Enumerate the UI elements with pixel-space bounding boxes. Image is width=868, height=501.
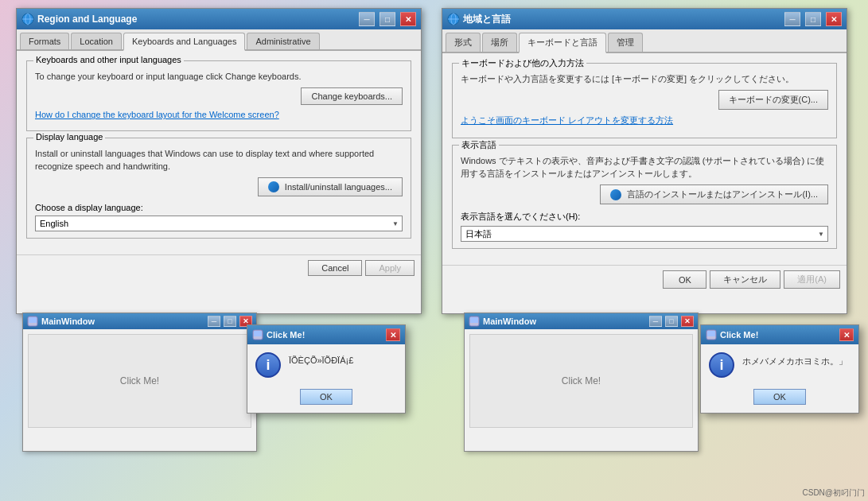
tab-formats[interactable]: Formats	[20, 33, 69, 49]
right-display-lang-desc: Windows でテキストの表示や、音声および手書き文字の認識 (サポートされて…	[461, 155, 828, 180]
left-click-area[interactable]: Click Me!	[28, 334, 251, 428]
right-dialog-content: i ホメバメメカホヨミホ。」	[701, 344, 858, 386]
right-keyboards-group-title: キーボードおよび他の入力方法	[459, 57, 586, 69]
left-window-title: Region and Language	[37, 14, 354, 25]
right-ok-btn[interactable]: OK	[663, 270, 706, 289]
left-ok-btn[interactable]: OK	[300, 389, 352, 405]
right-apply-btn[interactable]: 適用(A)	[784, 270, 840, 289]
keyboards-group-title: Keyboards and other input languages	[33, 55, 184, 64]
right-sub-titlebar: MainWindow ─ □ ✕	[465, 313, 698, 329]
display-lang-group-title: Display language	[33, 132, 105, 142]
left-dialog-message: ÏÕÈÇÕ»ÏÕÐÏÁ¡£	[289, 352, 397, 365]
right-globe-icon	[610, 189, 621, 200]
tab-basho[interactable]: 場所	[482, 33, 517, 52]
right-keyboards-group: キーボードおよび他の入力方法 キーボードや入力言語を変更するには [キーボードの…	[452, 63, 837, 138]
left-bottom-bar: Cancel Apply	[17, 254, 421, 281]
right-click-label: Click Me!	[562, 375, 601, 386]
left-sub-titlebar: MainWindow ─ □ ✕	[23, 313, 256, 329]
left-click-label: Click Me!	[120, 375, 159, 386]
left-info-icon: i	[255, 352, 281, 378]
right-ok-btn[interactable]: OK	[753, 389, 806, 405]
left-content: Keyboards and other input languages To c…	[17, 51, 421, 254]
right-info-icon: i	[709, 352, 734, 378]
right-display-lang-group: 表示言語 Windows でテキストの表示や、音声および手書き文字の認識 (サポ…	[452, 145, 837, 249]
left-restore-btn[interactable]: □	[380, 12, 395, 26]
svg-rect-9	[470, 317, 478, 323]
left-main-window: Region and Language ─ □ ✕ Formats Locati…	[16, 8, 422, 314]
right-sub-content: Click Me!	[465, 329, 698, 433]
choose-display-lang-label: Choose a display language:	[35, 203, 403, 212]
right-dialog-message: ホメバメメカホヨミホ。」	[742, 352, 850, 367]
svg-rect-7	[29, 317, 37, 323]
right-keyboards-desc: キーボードや入力言語を変更するには [キーボードの変更] をクリックしてください…	[461, 73, 828, 85]
right-restore-btn[interactable]: □	[805, 12, 821, 26]
left-sub-title: MainWindow	[41, 317, 204, 326]
keyboard-link[interactable]: How do I change the keyboard layout for …	[35, 110, 403, 119]
right-change-keyboards-btn[interactable]: キーボードの変更(C)...	[718, 90, 828, 110]
globe-icon	[268, 181, 279, 192]
right-display-lang-title: 表示言語	[459, 139, 499, 151]
left-dialog: Click Me! ✕ i ÏÕÈÇÕ»ÏÕÐÏÁ¡£ OK	[247, 324, 406, 414]
right-dialog-title: Click Me!	[720, 330, 836, 340]
keyboards-group-content: To change your keyboard or input languag…	[35, 71, 403, 119]
right-sub-window: MainWindow ─ □ ✕ Click Me!	[464, 313, 699, 452]
left-dialog-buttons: OK	[247, 386, 405, 413]
left-close-btn[interactable]: ✕	[400, 12, 416, 26]
right-keyboard-link[interactable]: ようこそ画面のキーボード レイアウトを変更する方法	[461, 115, 828, 126]
left-dialog-content: i ÏÕÈÇÕ»ÏÕÐÏÁ¡£	[247, 344, 405, 386]
left-sub-window: MainWindow ─ □ ✕ Click Me!	[22, 313, 257, 452]
left-sub-minimize-btn[interactable]: ─	[208, 316, 220, 327]
right-sub-restore-btn[interactable]: □	[665, 316, 678, 327]
watermark: CSDN@初叼门门	[803, 487, 866, 499]
tab-keyboard-lang[interactable]: キーボードと言語	[519, 33, 606, 53]
right-sub-icon	[469, 316, 480, 327]
right-sub-minimize-btn[interactable]: ─	[649, 316, 662, 327]
left-minimize-btn[interactable]: ─	[359, 12, 375, 26]
right-window-title: 地域と言語	[463, 13, 780, 26]
keyboards-desc: To change your keyboard or input languag…	[35, 71, 403, 83]
right-title-icon	[447, 13, 460, 25]
svg-rect-13	[707, 331, 715, 336]
left-dialog-titlebar: Click Me! ✕	[247, 325, 405, 344]
left-dialog-close-btn[interactable]: ✕	[386, 328, 400, 341]
left-dialog-title: Click Me!	[267, 330, 383, 340]
display-lang-dropdown[interactable]: English	[35, 216, 403, 231]
right-close-btn[interactable]: ✕	[826, 12, 842, 26]
left-cancel-btn[interactable]: Cancel	[308, 260, 362, 276]
right-choose-label: 表示言語を選んでください(H):	[461, 211, 828, 223]
change-keyboards-btn[interactable]: Change keyboards...	[301, 87, 403, 105]
tab-keishiki[interactable]: 形式	[446, 33, 481, 52]
right-dialog-close-btn[interactable]: ✕	[839, 328, 854, 341]
tab-keyboards-languages[interactable]: Keyboards and Languages	[123, 33, 246, 51]
right-cancel-btn[interactable]: キャンセル	[710, 270, 780, 289]
display-lang-dropdown-wrapper[interactable]: English	[35, 216, 403, 231]
tab-administrative[interactable]: Administrative	[247, 33, 319, 49]
right-minimize-btn[interactable]: ─	[784, 12, 800, 26]
right-sub-title: MainWindow	[483, 317, 646, 326]
right-bottom-bar: OK キャンセル 適用(A)	[442, 265, 847, 293]
right-tab-bar: 形式 場所 キーボードと言語 管理	[442, 29, 847, 53]
left-titlebar: Region and Language ─ □ ✕	[17, 9, 421, 29]
install-uninstall-btn[interactable]: Install/uninstall languages...	[258, 177, 403, 196]
right-content: キーボードおよび他の入力方法 キーボードや入力言語を変更するには [キーボードの…	[442, 53, 847, 265]
display-lang-group: Display language Install or uninstall la…	[26, 138, 411, 239]
tab-location[interactable]: Location	[71, 33, 122, 49]
right-dropdown[interactable]: 日本語	[461, 226, 828, 242]
right-click-area[interactable]: Click Me!	[469, 334, 693, 428]
left-tab-bar: Formats Location Keyboards and Languages…	[17, 29, 421, 51]
tab-kanri[interactable]: 管理	[608, 33, 643, 52]
display-lang-content: Install or uninstall languages that Wind…	[35, 148, 403, 231]
left-sub-restore-btn[interactable]: □	[224, 316, 236, 327]
right-titlebar: 地域と言語 ─ □ ✕	[442, 9, 847, 29]
display-lang-desc: Install or uninstall languages that Wind…	[35, 148, 403, 173]
left-sub-icon	[27, 316, 38, 327]
left-apply-btn[interactable]: Apply	[365, 260, 415, 276]
right-sub-close-btn[interactable]: ✕	[681, 316, 694, 327]
right-dialog-icon	[706, 329, 717, 340]
right-dialog-buttons: OK	[701, 386, 858, 413]
keyboards-group: Keyboards and other input languages To c…	[26, 60, 411, 131]
left-dialog-icon	[252, 329, 263, 340]
right-dropdown-wrapper[interactable]: 日本語	[461, 226, 828, 242]
right-install-btn[interactable]: 言語のインストールまたはアンインストール(I)...	[600, 184, 828, 204]
right-display-lang-content: Windows でテキストの表示や、音声および手書き文字の認識 (サポートされて…	[461, 155, 828, 242]
